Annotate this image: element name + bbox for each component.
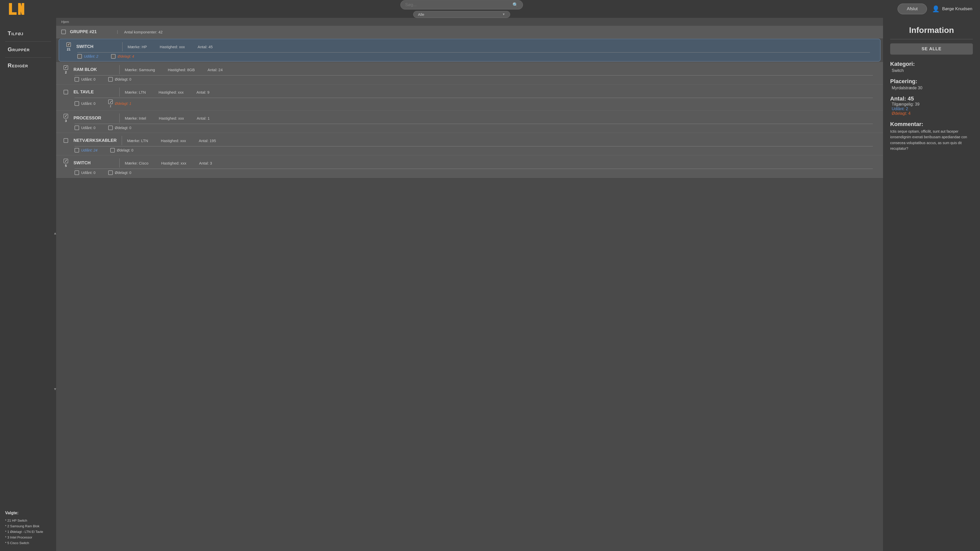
component-checkbox[interactable]: [64, 90, 68, 94]
group-checkbox[interactable]: [61, 30, 66, 34]
component-name: EL TAVLE: [73, 89, 115, 95]
component-count: 3: [65, 119, 67, 123]
component-checkbox[interactable]: [64, 159, 68, 163]
component-row-bottom: Udlånt: 0 Ødelagt: 0: [61, 125, 490, 130]
udlant-checkbox[interactable]: [75, 148, 79, 152]
odelagt-checkbox[interactable]: [108, 77, 113, 82]
component-checkbox[interactable]: [64, 65, 68, 70]
component-row[interactable]: EL TAVLE Mærke: LTN Hastighed: xxx Antal…: [56, 84, 490, 110]
odelagt-checkbox[interactable]: [108, 100, 113, 104]
udlant-checkbox[interactable]: [75, 170, 79, 175]
component-meta: Mærke: LTN Hastighed: xxx Antal: 195: [127, 138, 490, 143]
component-row-bottom: Udlånt: 0 Ødelagt: 0: [61, 77, 490, 82]
udlant-checkbox[interactable]: [75, 101, 79, 106]
row-divider: [75, 146, 490, 146]
row-divider: [75, 75, 490, 76]
udlant-value: Udlånt: 0: [75, 170, 95, 175]
component-row[interactable]: 3 PROCESSOR Mærke: Intel Hastighed: xxx …: [56, 110, 490, 133]
component-name: SWITCH: [76, 44, 117, 49]
udlant-value: Udlånt: 0: [75, 101, 95, 106]
component-checkbox[interactable]: [64, 114, 68, 118]
svg-rect-1: [9, 12, 17, 15]
component-antal: Antal: 45: [197, 44, 213, 49]
scroll-up-icon[interactable]: ▲: [53, 231, 57, 235]
breadcrumb: Hjem: [56, 18, 490, 26]
filter-label: Alle: [418, 12, 425, 17]
components-list: 21 SWITCH Mærke: HP Hastighed: xxx Antal…: [56, 39, 490, 178]
component-count: 2: [65, 70, 67, 74]
sidebar-item-grouper[interactable]: Gruppér: [0, 41, 56, 57]
component-count: 21: [67, 48, 70, 51]
row-divider: [75, 124, 490, 124]
udlant-value: Udlånt: 24: [75, 148, 97, 152]
sidebar-scroll: ▲ ▼: [54, 231, 56, 275]
component-antal: Antal: 24: [207, 68, 223, 72]
checkbox-count: 2: [61, 65, 70, 74]
udlant-checkbox[interactable]: [75, 77, 79, 82]
component-hastighed: Hastighed: xxx: [161, 138, 186, 143]
component-count: 5: [65, 164, 67, 168]
odelagt-value: Ødelagt: 0: [108, 170, 131, 175]
component-meta: Mærke: HP Hastighed: xxx Antal: 45: [127, 44, 490, 49]
component-antal: Antal: 195: [199, 138, 216, 143]
odelagt-checkbox[interactable]: [111, 54, 116, 59]
component-row-top: EL TAVLE Mærke: LTN Hastighed: xxx Antal…: [61, 87, 490, 97]
odelagt-checkbox[interactable]: [108, 125, 113, 130]
main-content: Hjem GRUPPE #21 | Antal komponenter: 42 …: [56, 18, 490, 275]
component-row[interactable]: NETVÆRKSKABLER Mærke: LTN Hastighed: xxx…: [56, 133, 490, 156]
filter-bar[interactable]: Alle ▼: [413, 11, 490, 18]
search-area: 🔍 Alle ▼: [401, 0, 490, 18]
checkbox-count: 3: [61, 114, 70, 123]
component-maerke: Mærke: LTN: [125, 90, 146, 94]
group-title: GRUPPE #21: [70, 29, 111, 35]
checkbox-count: [61, 138, 70, 143]
component-maerke: Mærke: LTN: [127, 138, 148, 143]
component-row[interactable]: 21 SWITCH Mærke: HP Hastighed: xxx Antal…: [59, 39, 490, 62]
component-row-top: 2 RAM BLOK Mærke: Samsung Hastighed: 8GB…: [61, 65, 490, 74]
component-name: NETVÆRKSKABLER: [73, 138, 117, 143]
sep-line: [119, 65, 120, 74]
odelagt-checkbox-wrap: 1: [108, 100, 113, 108]
udlant-checkbox[interactable]: [77, 54, 82, 59]
logo: [8, 2, 25, 16]
component-hastighed: Hastighed: xxx: [159, 90, 183, 94]
odelagt-value: Ødelagt: 4: [111, 54, 134, 59]
odelagt-value: Ødelagt: 0: [108, 125, 131, 130]
checkbox-count: 21: [64, 42, 73, 51]
component-maerke: Mærke: HP: [127, 44, 147, 49]
sep-line: [119, 114, 120, 123]
component-row[interactable]: 2 RAM BLOK Mærke: Samsung Hastighed: 8GB…: [56, 62, 490, 84]
row-divider: [75, 168, 490, 169]
top-bar: 🔍 Alle ▼ Afslut 👤 Børge Knudsen: [0, 0, 490, 18]
component-row-top: NETVÆRKSKABLER Mærke: LTN Hastighed: xxx…: [61, 136, 490, 145]
odelagt-count: 1: [110, 105, 111, 108]
component-meta: Mærke: Intel Hastighed: xxx Antal: 1: [125, 116, 490, 121]
sidebar-nav: Tilføj Gruppér Redigér: [0, 25, 56, 73]
odelagt-checkbox[interactable]: [108, 170, 113, 175]
udlant-value: Udlånt: 0: [75, 77, 95, 82]
odelagt-checkbox[interactable]: [110, 148, 115, 152]
odelagt-value: Ødelagt: 0: [110, 148, 134, 152]
search-input[interactable]: [405, 2, 490, 7]
component-hastighed: Hastighed: xxx: [159, 116, 184, 121]
component-row-bottom: Udlånt: 24 Ødelagt: 0: [61, 148, 490, 152]
component-meta: Mærke: LTN Hastighed: xxx Antal: 9: [125, 90, 490, 94]
component-checkbox[interactable]: [66, 42, 71, 47]
row-divider: [75, 98, 490, 98]
sidebar-item-tilfoj[interactable]: Tilføj: [0, 25, 56, 41]
component-row-top: 3 PROCESSOR Mærke: Intel Hastighed: xxx …: [61, 114, 490, 123]
sidebar-item-rediger[interactable]: Redigér: [0, 58, 56, 73]
component-meta: Mærke: Samsung Hastighed: 8GB Antal: 24: [125, 68, 490, 72]
component-checkbox[interactable]: [64, 138, 68, 143]
component-row-top: 21 SWITCH Mærke: HP Hastighed: xxx Antal…: [64, 42, 490, 51]
component-row[interactable]: 5 SWITCH Mærke: Cisco Hastighed: xxx Ant…: [56, 156, 490, 178]
component-antal: Antal: 9: [197, 90, 210, 94]
logo-box: [8, 2, 25, 16]
component-name: RAM BLOK: [73, 67, 115, 72]
udlant-value: Udlånt: 0: [75, 125, 95, 130]
group-row: GRUPPE #21 | Antal komponenter: 42: [56, 26, 490, 38]
component-hastighed: Hastighed: 8GB: [168, 68, 195, 72]
component-maerke: Mærke: Intel: [125, 116, 146, 121]
search-bar: 🔍: [401, 0, 490, 10]
udlant-checkbox[interactable]: [75, 125, 79, 130]
